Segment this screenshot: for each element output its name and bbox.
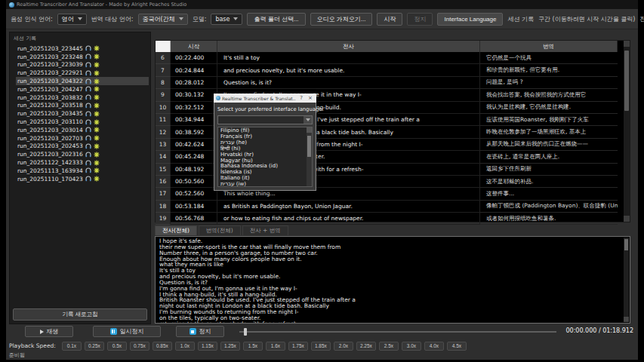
- translation-cell[interactable]: 这不是耶稣的补品.: [480, 176, 618, 188]
- import-audio-button[interactable]: 오디오 가져오기...: [310, 13, 373, 26]
- start-time-cell[interactable]: 00:34.944: [171, 114, 217, 126]
- translation-cell[interactable]: 像帕丁顿巴戎 (Paddington Bayon)、联合捷豹 (Union Ja…: [480, 201, 618, 213]
- session-list-item[interactable]: run_20251122_142333: [16, 158, 149, 167]
- translation-cell[interactable]: 我认为是挂构建, 它仍然是挂构建.: [480, 102, 618, 114]
- speech-language-select[interactable]: 영어: [57, 14, 87, 25]
- transcript-cell[interactable]: It's still a toy: [217, 52, 480, 64]
- language-list-scrollbar[interactable]: [307, 127, 312, 186]
- help-button[interactable]: ?: [297, 95, 305, 101]
- start-time-cell[interactable]: 00:38.592: [171, 126, 217, 138]
- row-number-cell[interactable]: 10: [156, 102, 171, 114]
- session-list-item[interactable]: run_20251203_223248: [16, 53, 149, 61]
- language-option[interactable]: עברית (iw): [220, 182, 312, 187]
- speed-button[interactable]: 1.75x: [288, 342, 308, 351]
- start-time-cell[interactable]: 00:22.400: [171, 52, 217, 64]
- session-list-item[interactable]: run_20251203_202316: [16, 150, 149, 158]
- speed-button[interactable]: 0.1x: [62, 342, 82, 351]
- start-time-cell[interactable]: 00:24.844: [171, 64, 217, 76]
- row-number-cell[interactable]: 12: [156, 126, 171, 138]
- table-row[interactable]: 19 00:56.768 or how to eating fish and c…: [156, 213, 630, 225]
- session-list-item[interactable]: run_20251203_223039: [16, 61, 149, 69]
- transcript-scrollbar[interactable]: [624, 238, 629, 322]
- session-list-item[interactable]: run_20251203_203435: [16, 109, 149, 118]
- output-tab[interactable]: 번역(전체): [199, 225, 241, 235]
- row-number-cell[interactable]: 19: [156, 213, 171, 225]
- translation-cell[interactable]: 或者如何用报纸吃鱼和薯条.: [480, 213, 618, 225]
- session-list-item[interactable]: run_20251203_204247: [16, 85, 149, 94]
- output-tab[interactable]: 전사(전체): [155, 225, 197, 235]
- table-scrollbar[interactable]: [624, 41, 630, 222]
- pause-button[interactable]: 일시정지: [93, 326, 161, 337]
- start-time-cell[interactable]: 00:30.132: [171, 89, 217, 101]
- row-number-cell[interactable]: 14: [156, 151, 171, 163]
- start-time-cell[interactable]: 00:32.512: [171, 102, 217, 114]
- transcript-cell[interactable]: or how to eating fish and chips out of n…: [217, 213, 480, 225]
- translation-cell[interactable]: 返回乡下住所刷新: [480, 164, 618, 176]
- column-header-start[interactable]: 시작: [171, 41, 217, 52]
- row-number-cell[interactable]: 15: [156, 164, 171, 176]
- speed-button[interactable]: 1.25x: [220, 342, 240, 351]
- transcript-cell[interactable]: Question is, is it?: [217, 77, 480, 89]
- stop-button[interactable]: 정지: [407, 13, 433, 26]
- scroll-up-icon[interactable]: [624, 41, 630, 47]
- speed-button[interactable]: 4.0x: [424, 342, 444, 351]
- table-row[interactable]: 18 00:53.184 as British as Paddington Ba…: [156, 201, 630, 213]
- row-number-cell[interactable]: 6: [156, 52, 171, 64]
- column-header-transcript[interactable]: 전사: [217, 41, 480, 52]
- session-list-item[interactable]: run_20251203_204322: [16, 77, 149, 85]
- speed-button[interactable]: 0.25x: [85, 342, 104, 351]
- translation-cell[interactable]: 昨晚在伦敦参加了一场黑潮狂欢, 基本上: [480, 126, 618, 138]
- start-time-cell[interactable]: 00:50.560: [171, 176, 217, 188]
- transcript-cell[interactable]: as British as Paddington Bayon, Union Ja…: [217, 201, 480, 213]
- row-number-cell[interactable]: 16: [156, 176, 171, 188]
- row-number-cell[interactable]: 7: [156, 64, 171, 76]
- speed-button[interactable]: 1.6x: [266, 342, 285, 351]
- dialog-title-bar[interactable]: Realtime Transcriber & Translat... ? ×: [214, 94, 316, 103]
- speed-button[interactable]: 4.5x: [447, 342, 467, 351]
- table-row[interactable]: 8 00:28.012 Question is, is it? 问题是, 是吗 …: [156, 77, 630, 89]
- output-tab[interactable]: 전사 + 번역: [242, 225, 288, 235]
- speed-button[interactable]: 2.25x: [356, 342, 376, 351]
- play-button[interactable]: 재생: [25, 326, 73, 337]
- scroll-down-icon[interactable]: [624, 216, 630, 222]
- start-button[interactable]: 시작: [377, 13, 402, 26]
- session-list-item[interactable]: run_20251203_203014: [16, 126, 149, 134]
- session-list-item[interactable]: run_20251203_222921: [16, 69, 149, 77]
- row-number-cell[interactable]: 13: [156, 139, 171, 151]
- transcript-cell[interactable]: and precious novelty, but it's more usab…: [217, 64, 480, 76]
- language-combobox[interactable]: [217, 115, 313, 124]
- model-select[interactable]: base: [211, 14, 242, 25]
- speed-button[interactable]: 3.0x: [402, 342, 421, 351]
- output-folder-button[interactable]: 출력 폴더 선택...: [247, 13, 305, 26]
- start-time-cell[interactable]: 00:48.192: [171, 164, 217, 176]
- speed-button[interactable]: 0.85x: [153, 342, 172, 351]
- translation-cell[interactable]: 我会找出答案, 我会按照我的方式使用它: [480, 89, 618, 101]
- speed-button[interactable]: 0.5x: [107, 342, 127, 351]
- combobox-dropdown-button[interactable]: [304, 116, 312, 124]
- session-list-item[interactable]: run_20251203_223445: [16, 44, 149, 53]
- speed-button[interactable]: 1.5x: [243, 342, 263, 351]
- start-time-cell[interactable]: 00:42.624: [171, 139, 217, 151]
- start-time-cell[interactable]: 00:52.560: [171, 188, 217, 200]
- scroll-down-icon[interactable]: [624, 317, 629, 322]
- table-corner-cell[interactable]: [156, 41, 171, 52]
- full-transcript-panel[interactable]: I hope it's safe. their new super-sport …: [155, 236, 630, 324]
- session-list-item[interactable]: run_20251203_203832: [16, 94, 149, 102]
- translation-cell[interactable]: 和珍贵的新颖性, 但它更有用.: [480, 64, 618, 76]
- transcript-scrollbar-thumb[interactable]: [624, 239, 628, 250]
- speed-button[interactable]: 1.15x: [198, 342, 217, 351]
- session-list-item[interactable]: run_20251203_202453: [16, 143, 149, 151]
- start-time-cell[interactable]: 00:45.248: [171, 151, 217, 163]
- start-time-cell[interactable]: 00:53.184: [171, 201, 217, 213]
- language-scrollbar-thumb[interactable]: [307, 136, 311, 157]
- speed-button[interactable]: 1.85x: [311, 342, 331, 351]
- table-scrollbar-thumb[interactable]: [624, 51, 629, 111]
- row-number-cell[interactable]: 11: [156, 114, 171, 126]
- translation-cell[interactable]: 在瓷砖上, 通常是在两人座上.: [480, 151, 618, 163]
- stop-playback-button[interactable]: 정지: [176, 326, 224, 337]
- start-time-cell[interactable]: 00:56.768: [171, 213, 217, 225]
- speed-button[interactable]: 2.0x: [334, 342, 353, 351]
- start-time-cell[interactable]: 00:28.012: [171, 77, 217, 89]
- seek-slider-handle[interactable]: [244, 328, 247, 336]
- session-list-item[interactable]: run_20251203_203518: [16, 102, 149, 110]
